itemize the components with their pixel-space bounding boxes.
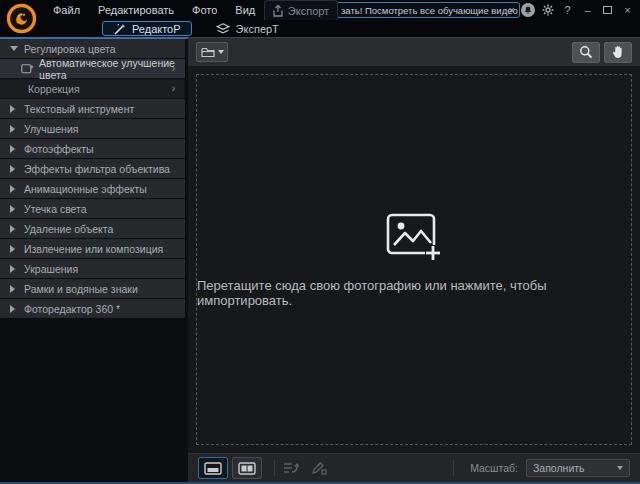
sidebar-section-frames-watermarks[interactable]: Рамки и водяные знаки <box>0 279 185 298</box>
sidebar-section-enhancements[interactable]: Улучшения <box>0 119 185 138</box>
tab-expert-label: ЭксперТ <box>236 23 279 35</box>
open-file-button[interactable] <box>196 42 228 62</box>
sidebar-section-photo-effects[interactable]: Фотоэффекты <box>0 139 185 158</box>
sidebar-section-photo-editor-360[interactable]: Фоторедактор 360 * <box>0 299 185 318</box>
sidebar-section-decorations[interactable]: Украшения <box>0 259 185 278</box>
chevron-right-icon <box>10 125 15 133</box>
sidebar-section-label: Регулировка цвета <box>24 43 116 55</box>
sidebar-section-label: Текстовый инструмент <box>24 103 134 115</box>
sidebar-section-label: Удаление объекта <box>24 223 113 235</box>
sidebar-item-auto-color-enhance[interactable]: Автоматическое улучшение цвета › <box>0 59 185 78</box>
pan-tool-button[interactable] <box>604 42 632 63</box>
chevron-right-icon: › <box>172 83 175 94</box>
export-label: Экспорт <box>288 5 329 17</box>
single-view-icon <box>204 462 222 475</box>
sidebar-section-label: Утечка света <box>24 203 87 215</box>
tab-editor[interactable]: РедактоР <box>102 21 192 36</box>
chevron-right-icon <box>10 145 15 153</box>
chevron-right-icon <box>10 305 15 313</box>
sidebar-section-label: Улучшения <box>24 123 78 135</box>
sidebar-section-label: Фотоэффекты <box>24 143 94 155</box>
close-icon[interactable]: × <box>619 1 636 19</box>
chevron-right-icon: › <box>172 63 175 74</box>
sidebar-section-label: Фоторедактор 360 * <box>24 303 120 315</box>
sidebar-item-correction[interactable]: Коррекция › <box>0 79 185 98</box>
chevron-right-icon <box>10 265 15 273</box>
tab-editor-label: РедактоР <box>132 23 181 35</box>
window-controls: ? – × <box>519 0 636 20</box>
sidebar-section-extract-compose[interactable]: Извлечение или композиция <box>0 239 185 258</box>
folder-icon <box>201 47 215 58</box>
magnifier-icon <box>579 45 593 59</box>
sidebar-section-text-tool[interactable]: Текстовый инструмент <box>0 99 185 118</box>
dropdown-caret-icon <box>617 466 623 470</box>
sidebar-section-animation-effects[interactable]: Анимационные эффекты <box>0 179 185 198</box>
scale-label: Масштаб: <box>470 462 518 474</box>
notification-text: зать! Посмотреть все обучающие видео мож… <box>341 5 520 16</box>
upload-icon <box>273 5 283 17</box>
menu-photo[interactable]: Фото <box>183 0 226 20</box>
scale-dropdown[interactable]: Заполнить <box>526 459 630 477</box>
sidebar-section-light-leak[interactable]: Утечка света <box>0 199 185 218</box>
minimize-icon[interactable]: – <box>579 1 596 19</box>
scale-value: Заполнить <box>533 462 585 474</box>
separator <box>274 460 275 476</box>
menu-view[interactable]: Вид <box>226 0 264 20</box>
mode-tab-bar: РедактоР ЭксперТ <box>0 20 640 37</box>
chevron-right-icon <box>10 205 15 213</box>
add-photo-icon <box>385 212 443 262</box>
sidebar-section-color-adjustment[interactable]: Регулировка цвета <box>0 39 185 58</box>
import-dropzone[interactable]: Перетащите сюда свою фотографию или нажм… <box>196 74 632 445</box>
zoom-tool-button[interactable] <box>572 42 600 63</box>
chevron-right-icon <box>10 245 15 253</box>
separator <box>453 460 454 476</box>
title-bar: Файл Редактировать Фото Вид Справка <box>0 0 640 20</box>
app-logo-icon <box>6 3 37 34</box>
single-view-button[interactable] <box>198 457 228 479</box>
chevron-down-icon <box>10 46 18 51</box>
sidebar-section-label: Извлечение или композиция <box>24 243 163 255</box>
tab-expert[interactable]: ЭксперТ <box>206 21 289 36</box>
dropdown-caret-icon <box>218 50 224 54</box>
settings-gear-icon[interactable] <box>539 1 556 19</box>
chevron-right-icon <box>10 285 15 293</box>
tooltip-close-icon[interactable]: × <box>509 4 515 17</box>
tools-sidebar: Регулировка цвета Автоматическое улучшен… <box>0 37 188 482</box>
layers-icon <box>216 23 230 35</box>
sidebar-item-label: Коррекция <box>28 83 80 95</box>
sidebar-item-label: Автоматическое улучшение цвета <box>39 57 185 81</box>
apply-to-all-icon <box>283 461 299 475</box>
help-icon[interactable]: ? <box>559 1 576 19</box>
notifications-icon[interactable] <box>519 1 536 19</box>
sidebar-section-label: Анимационные эффекты <box>24 183 147 195</box>
app-window: Файл Редактировать Фото Вид Справка <box>0 0 640 484</box>
chevron-right-icon <box>10 165 15 173</box>
photo-canvas: Перетащите сюда свою фотографию или нажм… <box>188 66 640 453</box>
sidebar-section-object-removal[interactable]: Удаление объекта <box>0 219 185 238</box>
sidebar-section-lens-filter-effects[interactable]: Эффекты фильтра объектива <box>0 159 185 178</box>
chevron-right-icon <box>10 185 15 193</box>
menu-edit[interactable]: Редактировать <box>89 0 183 20</box>
chevron-right-icon <box>10 225 15 233</box>
compare-view-button[interactable] <box>232 457 262 479</box>
auto-enhance-icon <box>21 63 34 74</box>
draw-tool-icon <box>311 461 327 475</box>
status-bar: Масштаб: Заполнить <box>188 453 640 482</box>
export-button[interactable]: Экспорт <box>264 0 338 20</box>
canvas-toolbar <box>188 38 640 66</box>
hand-icon <box>612 45 625 59</box>
menu-file[interactable]: Файл <box>44 0 89 20</box>
dropzone-text: Перетащите сюда свою фотографию или нажм… <box>197 278 631 308</box>
compare-view-icon <box>238 462 256 475</box>
sidebar-section-label: Рамки и водяные знаки <box>24 283 138 295</box>
maximize-icon[interactable] <box>599 1 616 19</box>
main-area: Перетащите сюда свою фотографию или нажм… <box>188 37 640 482</box>
workspace: Регулировка цвета Автоматическое улучшен… <box>0 37 640 482</box>
magic-wand-icon <box>113 23 126 35</box>
sidebar-section-label: Украшения <box>24 263 78 275</box>
sidebar-section-label: Эффекты фильтра объектива <box>24 163 170 175</box>
chevron-right-icon <box>10 105 15 113</box>
